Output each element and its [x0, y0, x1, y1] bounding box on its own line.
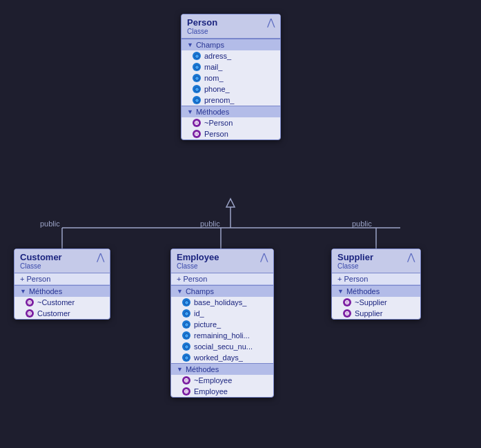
label-public-1: public	[40, 220, 60, 228]
field-base-holidays: base_holidays_	[171, 297, 273, 308]
card-customer-header: Customer Classe ⋀	[14, 249, 110, 273]
field-mail: mail_	[181, 61, 280, 72]
methods-section-employee[interactable]: ▼ Méthodes	[171, 363, 273, 375]
field-social-secu: social_secu_nu...	[171, 341, 273, 352]
method-icon: ⊕	[193, 130, 201, 138]
field-icon	[182, 298, 190, 306]
triangle-icon: ▼	[187, 108, 193, 115]
methods-list-customer: ⊕ ~Customer ⊕ Customer	[14, 297, 110, 319]
method-icon: ⊕	[26, 309, 34, 318]
field-icon	[193, 52, 201, 60]
card-employee-title: Employee	[177, 252, 219, 262]
methods-list-supplier: ⊕ ~Supplier ⊕ Supplier	[332, 297, 420, 319]
field-adress: adress_	[181, 50, 280, 61]
label-public-2: public	[200, 220, 220, 228]
svg-marker-1	[226, 199, 235, 207]
methods-label-person: Méthodes	[196, 108, 229, 116]
card-person-title: Person	[187, 17, 217, 28]
card-supplier-title: Supplier	[337, 252, 373, 262]
card-employee-inherit: + Person	[171, 273, 273, 285]
method-supplier-constructor: ⊕ Supplier	[332, 308, 420, 319]
field-icon	[193, 85, 201, 93]
methods-label-customer: Méthodes	[29, 287, 62, 295]
method-customer-destructor: ⊕ ~Customer	[14, 297, 110, 308]
field-prenom: prenom_	[181, 95, 280, 106]
method-icon: ⊕	[182, 376, 190, 384]
field-icon	[193, 96, 201, 104]
card-employee: Employee Classe ⋀ + Person ▼ Champs base…	[170, 249, 274, 398]
field-icon	[182, 353, 190, 362]
triangle-icon: ▼	[187, 41, 193, 48]
field-phone: phone_	[181, 84, 280, 95]
label-public-3: public	[352, 220, 372, 228]
card-customer: Customer Classe ⋀ + Person ▼ Méthodes ⊕ …	[14, 249, 110, 320]
card-employee-header: Employee Classe ⋀	[171, 249, 273, 273]
card-employee-subtitle: Classe	[177, 262, 219, 270]
card-supplier-inherit: + Person	[332, 273, 420, 285]
field-icon	[193, 63, 201, 71]
method-supplier-destructor: ⊕ ~Supplier	[332, 297, 420, 308]
field-nom: nom_	[181, 72, 280, 84]
field-icon	[193, 74, 201, 82]
methods-section-person[interactable]: ▼ Méthodes	[181, 106, 280, 117]
collapse-icon-employee[interactable]: ⋀	[260, 252, 268, 262]
diagram-container: public public public Person Classe ⋀ ▼ C…	[0, 0, 481, 448]
field-worked-days: worked_days_	[171, 352, 273, 363]
methods-label-employee: Méthodes	[186, 365, 219, 373]
methods-list-employee: ⊕ ~Employee ⊕ Employee	[171, 375, 273, 397]
collapse-icon-customer[interactable]: ⋀	[97, 252, 104, 262]
card-person-subtitle: Classe	[187, 28, 217, 35]
card-person-header: Person Classe ⋀	[181, 14, 280, 39]
fields-label-person: Champs	[196, 41, 224, 49]
fields-list-person: adress_ mail_ nom_ phone_ prenom_	[181, 50, 280, 106]
method-icon: ⊕	[193, 119, 201, 127]
triangle-icon: ▼	[177, 288, 183, 295]
fields-section-employee[interactable]: ▼ Champs	[171, 285, 273, 297]
field-id: id_	[171, 308, 273, 319]
collapse-icon-supplier[interactable]: ⋀	[407, 252, 415, 262]
method-employee-destructor: ⊕ ~Employee	[171, 375, 273, 386]
methods-section-customer[interactable]: ▼ Méthodes	[14, 285, 110, 297]
method-icon: ⊕	[182, 387, 190, 396]
card-customer-title: Customer	[20, 252, 62, 262]
card-supplier-subtitle: Classe	[337, 262, 373, 270]
field-icon	[182, 309, 190, 318]
method-icon: ⊕	[26, 298, 34, 306]
method-person-constructor: ⊕ Person	[181, 128, 280, 139]
method-employee-constructor: ⊕ Employee	[171, 386, 273, 397]
collapse-icon-person[interactable]: ⋀	[267, 17, 275, 27]
card-supplier-header: Supplier Classe ⋀	[332, 249, 420, 273]
field-remaining-holi: remaining_holi...	[171, 330, 273, 341]
methods-label-supplier: Méthodes	[346, 287, 380, 295]
fields-list-employee: base_holidays_ id_ picture_ remaining_ho…	[171, 297, 273, 363]
field-picture: picture_	[171, 319, 273, 330]
field-icon	[182, 342, 190, 351]
triangle-icon: ▼	[337, 288, 344, 295]
fields-section-person[interactable]: ▼ Champs	[181, 39, 280, 50]
card-customer-subtitle: Classe	[20, 262, 62, 270]
card-customer-inherit: + Person	[14, 273, 110, 285]
fields-label-employee: Champs	[186, 287, 214, 295]
method-icon: ⊕	[343, 298, 351, 306]
method-person-destructor: ⊕ ~Person	[181, 117, 280, 128]
card-person: Person Classe ⋀ ▼ Champs adress_ mail_ n…	[181, 14, 281, 140]
method-icon: ⊕	[343, 309, 351, 318]
triangle-icon: ▼	[177, 366, 183, 373]
methods-section-supplier[interactable]: ▼ Méthodes	[332, 285, 420, 297]
field-icon	[182, 320, 190, 329]
field-icon	[182, 331, 190, 340]
methods-list-person: ⊕ ~Person ⊕ Person	[181, 117, 280, 139]
card-supplier: Supplier Classe ⋀ + Person ▼ Méthodes ⊕ …	[331, 249, 421, 320]
triangle-icon: ▼	[20, 288, 26, 295]
method-customer-constructor: ⊕ Customer	[14, 308, 110, 319]
